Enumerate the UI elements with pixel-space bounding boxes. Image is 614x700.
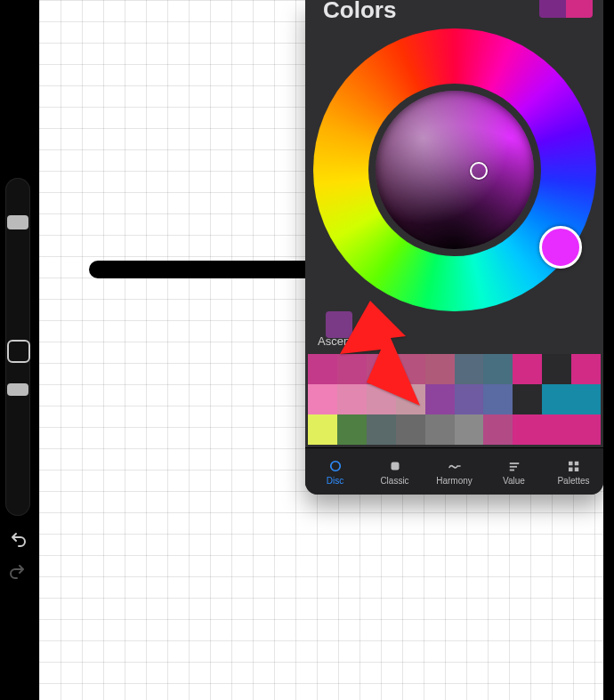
color-wheel[interactable]	[313, 28, 596, 318]
palette-swatch[interactable]	[396, 384, 425, 414]
undo-icon	[7, 528, 28, 550]
palette-swatch[interactable]	[425, 384, 455, 414]
current-color-swatch[interactable]	[539, 0, 593, 18]
svg-rect-8	[574, 467, 578, 471]
palette-swatch[interactable]	[308, 384, 337, 414]
harmony-icon	[446, 458, 464, 474]
palette-swatch[interactable]	[513, 354, 542, 384]
disc-icon	[327, 458, 344, 474]
brush-size-thumb[interactable]	[7, 383, 28, 396]
tab-label: Value	[503, 476, 525, 486]
ink-stroke	[89, 261, 320, 278]
svg-rect-6	[574, 461, 578, 465]
svg-rect-7	[569, 467, 573, 471]
palette-swatch[interactable]	[513, 414, 542, 445]
palettes-icon	[565, 458, 583, 474]
tab-label: Harmony	[436, 476, 473, 486]
palette-swatch[interactable]	[513, 384, 542, 414]
palette-swatch[interactable]	[455, 414, 484, 445]
tab-label: Palettes	[557, 476, 589, 486]
palette-swatch[interactable]	[396, 414, 425, 445]
saturation-value-disc[interactable]	[376, 91, 534, 249]
svg-rect-5	[569, 461, 573, 465]
palette-swatch[interactable]	[455, 384, 484, 414]
color-swatch-primary[interactable]	[539, 0, 566, 18]
palette-grid	[308, 354, 601, 445]
tab-value[interactable]: Value	[484, 448, 544, 495]
colors-popover: Colors Ascend DiscClassicHarmonyValuePal…	[305, 0, 603, 495]
brush-opacity-thumb[interactable]	[7, 215, 28, 229]
palette-swatch[interactable]	[337, 414, 367, 445]
sv-cursor[interactable]	[470, 162, 488, 180]
palette-swatch[interactable]	[571, 414, 601, 445]
palette-swatch[interactable]	[483, 384, 513, 414]
undo-button[interactable]	[7, 528, 28, 550]
palette-swatch[interactable]	[483, 354, 513, 384]
palette-swatch[interactable]	[571, 354, 601, 384]
palette-swatch[interactable]	[483, 414, 513, 445]
palette-swatch[interactable]	[308, 414, 337, 445]
redo-icon	[7, 560, 28, 582]
value-icon	[505, 458, 523, 474]
redo-button	[7, 560, 28, 582]
brush-size-indicator[interactable]	[7, 340, 30, 363]
tab-classic[interactable]: Classic	[365, 448, 424, 495]
tab-label: Disc	[327, 476, 343, 486]
palette-swatch[interactable]	[367, 414, 396, 445]
tab-label: Classic	[380, 476, 408, 486]
app-stage: Colors Ascend DiscClassicHarmonyValuePal…	[0, 0, 614, 700]
palette-swatch[interactable]	[337, 384, 367, 414]
color-swatch-secondary[interactable]	[566, 0, 593, 18]
palette-swatch[interactable]	[542, 384, 571, 414]
svg-point-0	[330, 461, 340, 471]
tab-palettes[interactable]: Palettes	[544, 448, 603, 495]
palette-name-label: Ascend	[318, 334, 356, 348]
palette-swatch[interactable]	[337, 354, 367, 384]
left-sidebar	[0, 0, 39, 700]
palette-swatch[interactable]	[367, 384, 396, 414]
tab-harmony[interactable]: Harmony	[424, 448, 484, 495]
right-frame-edge	[603, 0, 614, 700]
classic-icon	[386, 458, 404, 474]
palette-swatch[interactable]	[542, 414, 571, 445]
tab-disc[interactable]: Disc	[305, 448, 365, 495]
palette-swatch[interactable]	[367, 354, 396, 384]
palette-swatch[interactable]	[455, 354, 484, 384]
palette-swatch[interactable]	[425, 414, 455, 445]
palette-swatch[interactable]	[425, 354, 455, 384]
hue-cursor[interactable]	[539, 226, 582, 269]
svg-rect-1	[391, 462, 399, 470]
palette-swatch[interactable]	[542, 354, 571, 384]
palette-swatch[interactable]	[571, 384, 601, 414]
palette-swatch[interactable]	[396, 354, 425, 384]
color-mode-tabbar: DiscClassicHarmonyValuePalettes	[305, 447, 603, 495]
palette-swatch[interactable]	[308, 354, 337, 384]
